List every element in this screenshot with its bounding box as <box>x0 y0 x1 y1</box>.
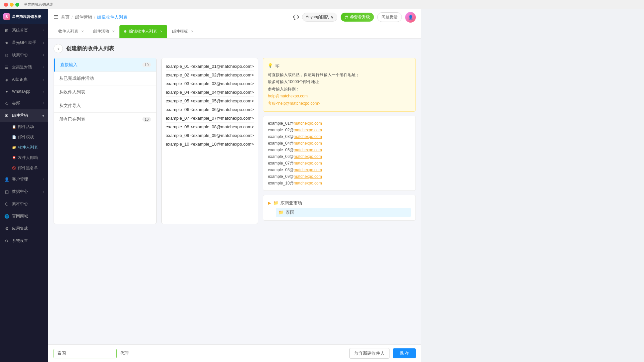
breadcrumb-section[interactable]: 邮件营销 <box>75 14 92 20</box>
list-item: example_01 <example_01@matchexpo.com> <box>166 62 254 71</box>
email-link-3: matchexpo.com <box>294 134 322 139</box>
folder-name-input[interactable] <box>54 349 117 358</box>
sidebar-item-customer[interactable]: 👤 客户管理 › <box>0 173 48 185</box>
tip-line-3: 参考输入的样例： <box>268 86 411 93</box>
logo-text: 星光跨境营销系统 <box>12 14 41 19</box>
maximize-button[interactable] <box>15 3 19 7</box>
email-preview-2: example_02@matchexpo.com <box>268 127 411 133</box>
header-left: ☰ 首页 / 邮件营销 / 编辑收件人列表 <box>54 14 127 20</box>
abandon-button[interactable]: 放弃新建收件人 <box>349 348 390 359</box>
sidebar-item-ai[interactable]: ◈ AI知识库 › <box>0 73 48 86</box>
logo-icon: S <box>3 13 10 20</box>
center-panel: example_01 <example_01@matchexpo.com> ex… <box>161 58 258 224</box>
sidebar-item-settings[interactable]: ⚙ 系统设置 <box>0 235 48 247</box>
sidebar-item-meeting[interactable]: ◇ 会邦 › <box>0 97 48 109</box>
sidebar-item-home[interactable]: ⊞ 系统首页 › <box>0 24 48 37</box>
ai-icon: ◈ <box>4 77 9 82</box>
sidebar-item-leads[interactable]: ◎ 线索中心 › <box>0 49 48 61</box>
avatar[interactable]: 👤 <box>405 12 416 23</box>
breadcrumb-sep1: / <box>72 15 73 20</box>
sidebar-label-whatsapp: WhatsApp <box>12 89 30 94</box>
minimize-button[interactable] <box>10 3 14 7</box>
sidebar-item-data[interactable]: ◫ 数据中心 › <box>0 185 48 198</box>
sidebar-item-assets[interactable]: ⬡ 素材中心 <box>0 198 48 210</box>
email-prefix-9: example_09@ <box>268 174 294 179</box>
folder-root-item[interactable]: ▶ 📁 东南亚市场 <box>268 198 411 208</box>
chevron-icon: › <box>43 65 44 69</box>
folder-sub-item[interactable]: 📁 泰国 <box>276 208 411 217</box>
tip-line-5: 客服<help@matchexpo.com> <box>268 100 411 107</box>
email-preview-3: example_03@matchexpo.com <box>268 133 411 140</box>
close-button[interactable] <box>4 3 8 7</box>
sidebar: S 星光跨境营销系统 ⊞ 系统首页 › ★ 星光GPT助手 › ◎ 线索中心 ›… <box>0 9 48 362</box>
page-title: 创建新的收件人列表 <box>66 45 114 52</box>
chevron-icon: ∨ <box>42 114 44 117</box>
email-preview-5: example_05@matchexpo.com <box>268 147 411 153</box>
email-link-9: matchexpo.com <box>294 174 322 179</box>
breadcrumb-home[interactable]: 首页 <box>61 14 70 20</box>
hamburger-icon[interactable]: ☰ <box>54 14 58 20</box>
tab-close-icon[interactable]: ✕ <box>81 30 84 33</box>
sidebar-label-gpt: 星光GPT助手 <box>12 40 36 46</box>
sidebar-item-blacklist[interactable]: 🚫 邮件黑名单 <box>12 163 48 173</box>
sidebar-label-meeting: 会邦 <box>12 100 20 106</box>
upgrade-button[interactable]: @ @套餐升级 <box>341 13 374 22</box>
sidebar-item-email-activity[interactable]: 📋 邮件活动 <box>12 122 48 132</box>
tab-close-active-icon[interactable]: ✕ <box>160 30 163 33</box>
home-icon: ⊞ <box>4 28 9 33</box>
folder-sub: 📁 泰国 <box>268 208 411 217</box>
sidebar-label-email-activity: 邮件活动 <box>18 124 34 130</box>
panel-item-from-list[interactable]: 从收件人列表 <box>54 85 156 99</box>
tab-close-icon[interactable]: ✕ <box>191 30 194 33</box>
sidebar-item-email[interactable]: ✉ 邮件营销 ∨ <box>0 109 48 122</box>
content-row: 直接输入 10 从已完成邮件活动 从收件人列表 从文件导入 所有已在列表 10 <box>54 58 416 224</box>
meeting-icon: ◇ <box>4 101 9 106</box>
sidebar-item-gpt[interactable]: ★ 星光GPT助手 › <box>0 37 48 49</box>
bottom-bar: 代理 放弃新建收件人 保 存 <box>48 344 421 362</box>
email-link-7: matchexpo.com <box>294 161 322 166</box>
tab-close-icon[interactable]: ✕ <box>112 30 115 33</box>
sidebar-label-assets: 素材中心 <box>12 201 28 207</box>
tip-line-1: 可直接输入或粘贴，保证每行只输入一个邮件地址； <box>268 71 411 79</box>
sidebar-item-email-template[interactable]: 📄 邮件模板 <box>12 132 48 142</box>
tab-recipient-list[interactable]: 收件人列表 ✕ <box>54 25 88 38</box>
sidebar-label-settings: 系统设置 <box>12 238 28 244</box>
sidebar-item-whatsapp[interactable]: ● WhatsApp › <box>0 86 48 97</box>
email-prefix-4: example_04@ <box>268 141 294 146</box>
chevron-icon: › <box>43 190 44 193</box>
email-preview-6: example_06@matchexpo.com <box>268 153 411 160</box>
blacklist-icon: 🚫 <box>12 166 16 170</box>
panel-item-direct-input[interactable]: 直接输入 10 <box>54 58 156 72</box>
tab-edit-recipient[interactable]: 编辑收件人列表 ✕ <box>119 25 167 38</box>
panel-item-from-activity[interactable]: 从已完成邮件活动 <box>54 72 156 85</box>
data-icon: ◫ <box>4 189 9 194</box>
chevron-icon: › <box>43 53 44 57</box>
list-item: example_06 <example_06@matchexpo.com> <box>166 105 254 114</box>
panel-item-from-file[interactable]: 从文件导入 <box>54 99 156 113</box>
save-button[interactable]: 保 存 <box>393 348 416 358</box>
sidebar-item-recipient-list[interactable]: 📁 收件人列表 <box>12 142 48 153</box>
email-template-icon: 📄 <box>12 135 16 139</box>
tab-email-activity[interactable]: 邮件活动 ✕ <box>88 25 119 38</box>
sidebar-label-customer: 客户管理 <box>12 177 28 182</box>
sidebar-label-home: 系统首页 <box>12 28 28 33</box>
chevron-icon: › <box>43 101 44 105</box>
sidebar-item-app[interactable]: ⚙ 应用集成 <box>0 222 48 235</box>
sidebar-item-website[interactable]: 🌐 官网商城 <box>0 210 48 222</box>
sidebar-item-sender-mailbox[interactable]: 📮 发件人邮箱 <box>12 153 48 163</box>
feedback-button[interactable]: 问题反馈 <box>377 12 402 22</box>
tab-email-template[interactable]: 邮件模板 ✕ <box>167 25 198 38</box>
channels-icon: ☰ <box>4 65 9 70</box>
email-preview-7: example_07@matchexpo.com <box>268 160 411 167</box>
sidebar-item-channels[interactable]: ☰ 全渠道对话 › <box>0 61 48 73</box>
back-button[interactable]: ‹ <box>54 44 63 53</box>
tip-line-4: help@matchexpo.com <box>268 93 411 100</box>
customer-icon: 👤 <box>4 177 9 182</box>
panel-item-all-in-list[interactable]: 所有已在列表 10 <box>54 113 156 126</box>
sidebar-label-data: 数据中心 <box>12 189 28 194</box>
email-list: example_01 <example_01@matchexpo.com> ex… <box>166 62 254 148</box>
chevron-icon: › <box>43 41 44 45</box>
team-selector[interactable]: Anyan的团队 ∨ <box>302 13 337 22</box>
right-panel: 💡 Tip: 可直接输入或粘贴，保证每行只输入一个邮件地址； 最多可输入1000… <box>263 58 416 224</box>
tab-label-recipient: 收件人列表 <box>58 29 78 34</box>
